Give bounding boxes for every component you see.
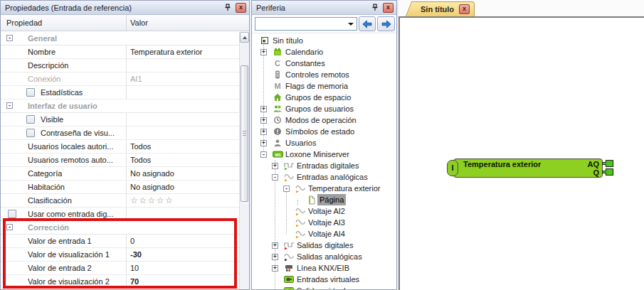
minus-expander-icon[interactable]: -: [283, 183, 295, 194]
tree-item-loxone-miniserver[interactable]: -MSLoxone Miniserver: [252, 149, 396, 160]
plus-expander-icon[interactable]: +: [260, 114, 272, 126]
property-value[interactable]: [126, 86, 239, 99]
checkbox[interactable]: [26, 115, 35, 124]
tree-item-modos-de-operacion[interactable]: +Modos de operación: [252, 114, 396, 126]
tree-item-grupos-de-usuarios[interactable]: +Grupos de usuarios: [252, 103, 396, 114]
plus-expander-icon[interactable]: +: [260, 140, 267, 146]
pin-icon[interactable]: [369, 3, 380, 13]
tree-item-usuarios[interactable]: +Usuarios: [252, 137, 396, 149]
plus-expander-icon[interactable]: +: [272, 262, 283, 274]
tree-item-voltaje-ai3[interactable]: Voltaje AI3: [252, 217, 396, 228]
search-combobox[interactable]: [255, 17, 357, 31]
tree-item-calendario[interactable]: +Calendario: [252, 46, 396, 58]
close-icon[interactable]: x: [236, 3, 246, 13]
property-value[interactable]: 10: [126, 262, 239, 274]
tree-item-controles-remotos[interactable]: Controles remotos: [252, 69, 396, 80]
property-value[interactable]: ☆☆☆☆☆: [126, 194, 239, 207]
property-value[interactable]: [126, 127, 239, 139]
plus-expander-icon[interactable]: +: [272, 240, 283, 251]
plus-expander-icon[interactable]: +: [272, 163, 278, 169]
property-row[interactable]: Visible: [1, 113, 239, 127]
property-row[interactable]: Contraseña de visu...: [1, 127, 239, 140]
tree-item-simbolos-de-estado[interactable]: +Símbolos de estado: [252, 126, 396, 137]
tree-item-flags-de-memoria[interactable]: MFlags de memoria: [252, 80, 396, 92]
plus-expander-icon[interactable]: +: [272, 251, 283, 262]
minus-expander-icon[interactable]: -: [260, 151, 267, 158]
property-row[interactable]: Usar como entrada dig...: [1, 208, 239, 221]
checkbox[interactable]: [26, 88, 35, 97]
plus-expander-icon[interactable]: +: [260, 126, 272, 137]
property-value[interactable]: [126, 59, 239, 72]
property-row[interactable]: Valor de visualización 270: [1, 275, 239, 289]
plus-expander-icon[interactable]: +: [272, 254, 278, 260]
plus-expander-icon[interactable]: +: [260, 103, 272, 114]
plus-expander-icon[interactable]: +: [272, 160, 283, 171]
property-value[interactable]: 70: [126, 275, 239, 288]
tree-item-temperatura-exterior[interactable]: -Temperatura exterior: [252, 183, 396, 194]
plus-expander-icon[interactable]: +: [260, 49, 267, 55]
block-input-pin[interactable]: I: [447, 160, 458, 176]
property-group-row[interactable]: -Interfaz de usuario: [1, 100, 239, 113]
property-row[interactable]: Usuarios locales autori...Todos: [1, 140, 239, 154]
block-body[interactable]: Temperatura exterior AQ Q: [453, 159, 603, 178]
property-row[interactable]: CategoríaNo asignado: [1, 167, 239, 181]
property-value[interactable]: No asignado: [126, 167, 239, 180]
function-block-temperatura-exterior[interactable]: Temperatura exterior AQ Q I: [447, 159, 615, 180]
plus-expander-icon[interactable]: +: [260, 137, 272, 149]
plus-expander-icon[interactable]: +: [260, 106, 267, 112]
minus-expander-icon[interactable]: -: [283, 186, 290, 192]
checkbox[interactable]: [26, 129, 35, 137]
plus-expander-icon[interactable]: +: [260, 117, 267, 124]
property-value[interactable]: Temperatura exterior: [126, 45, 239, 58]
back-button[interactable]: [359, 16, 376, 31]
property-group-row[interactable]: -Corrección: [1, 221, 239, 235]
output-connector-q[interactable]: [602, 168, 614, 176]
property-row[interactable]: ConexiónAI1: [1, 72, 239, 86]
tree-item-linea-knx-eib[interactable]: +Línea KNX/EIB: [252, 262, 396, 274]
tree-item-voltaje-ai2[interactable]: Voltaje AI2: [252, 205, 396, 217]
forward-button[interactable]: [377, 16, 395, 31]
tree-item-entradas-analogicas[interactable]: -Entradas analógicas: [252, 171, 396, 183]
scroll-up-button[interactable]: [240, 32, 249, 43]
property-value[interactable]: [126, 208, 239, 220]
property-row[interactable]: Clasificación☆☆☆☆☆: [1, 194, 239, 208]
properties-scrollbar[interactable]: [239, 32, 249, 289]
tree-item-entradas-digitales[interactable]: +Entradas digitales: [252, 160, 396, 171]
property-group-row[interactable]: -General: [1, 32, 239, 45]
property-value[interactable]: [126, 113, 239, 126]
property-value[interactable]: -30: [126, 248, 239, 261]
plus-expander-icon[interactable]: +: [260, 46, 272, 58]
output-connector-aq[interactable]: [602, 159, 614, 168]
tree-item-pagina[interactable]: Página: [252, 194, 396, 205]
tree-item-grupos-de-espacio[interactable]: Grupos de espacio: [252, 92, 396, 103]
tree-item-salidas-virtuales[interactable]: Salidas virtuales: [252, 285, 396, 289]
tree-item-entradas-virtuales[interactable]: Entradas virtuales: [252, 274, 396, 285]
tab-sin-titulo[interactable]: Sin título x: [413, 1, 475, 16]
pin-icon[interactable]: [222, 3, 233, 13]
property-row[interactable]: Valor de visualización 1-30: [1, 248, 239, 262]
property-value[interactable]: No asignado: [126, 181, 239, 193]
checkbox[interactable]: [8, 210, 16, 218]
tree-item-salidas-digitales[interactable]: +Salidas digitales: [252, 240, 396, 251]
plus-expander-icon[interactable]: +: [272, 265, 278, 272]
property-value[interactable]: 0: [126, 235, 239, 247]
property-value[interactable]: Todos: [126, 154, 239, 166]
program-canvas[interactable]: Temperatura exterior AQ Q I: [398, 16, 644, 290]
property-row[interactable]: HabitaciónNo asignado: [1, 181, 239, 194]
scrollbar-thumb[interactable]: [241, 65, 248, 202]
collapse-expander-icon[interactable]: -: [6, 224, 13, 230]
tree-item-salidas-analogicas[interactable]: +Salidas analógicas: [252, 251, 396, 262]
tree-item-sin-titulo[interactable]: Sin título: [252, 35, 396, 46]
collapse-expander-icon[interactable]: -: [6, 102, 13, 109]
tree-item-constantes[interactable]: CConstantes: [252, 58, 396, 69]
property-row[interactable]: Valor de entrada 210: [1, 262, 239, 275]
property-row[interactable]: Valor de entrada 10: [1, 235, 239, 248]
tree-item-voltaje-ai4[interactable]: Voltaje AI4: [252, 228, 396, 240]
close-icon[interactable]: x: [383, 3, 394, 13]
property-value[interactable]: Todos: [126, 140, 239, 153]
minus-expander-icon[interactable]: -: [260, 149, 272, 160]
plus-expander-icon[interactable]: +: [260, 129, 267, 135]
minus-expander-icon[interactable]: -: [272, 171, 283, 183]
minus-expander-icon[interactable]: -: [272, 174, 278, 181]
property-value[interactable]: AI1: [126, 72, 239, 85]
